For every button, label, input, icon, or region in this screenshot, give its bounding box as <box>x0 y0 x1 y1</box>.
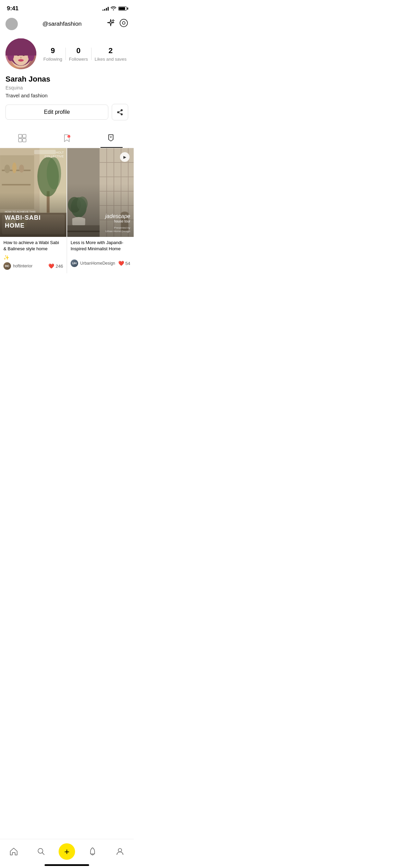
profile-actions: Edit profile <box>5 104 128 120</box>
stat-followers[interactable]: 0 Followers <box>69 46 88 62</box>
settings-icon[interactable] <box>119 19 128 29</box>
jade-text-overlay: jadescape house tour <box>105 213 130 223</box>
author-name: UrbanHomeDesign <box>80 261 115 266</box>
jade-presented-text: Presented byUrban Home Design <box>106 226 130 233</box>
likes-count: 54 <box>125 261 130 266</box>
battery-icon <box>118 7 127 11</box>
jade-title-text: jadescape <box>105 213 130 219</box>
svg-point-8 <box>22 54 25 56</box>
header-action-icons <box>106 19 128 29</box>
post-author: HC hoftinterior <box>3 262 33 270</box>
signal-icon <box>102 7 109 11</box>
svg-point-3 <box>13 47 29 65</box>
image-text-overlay: HOW TO ACHIEVE THIS WABI-SABIHOME <box>5 210 41 230</box>
stat-following[interactable]: 9 Following <box>44 46 62 62</box>
svg-rect-13 <box>19 138 22 142</box>
svg-rect-12 <box>23 134 26 138</box>
tab-grid[interactable] <box>0 129 45 148</box>
profile-name: Sarah Jonas <box>5 75 128 84</box>
post-image-wabi: HOW TO ACHIEVE THIS WABI-SABIHOME HOLTCO… <box>0 148 66 237</box>
header-avatar[interactable] <box>5 18 18 30</box>
post-likes: ❤️ 54 <box>118 261 130 266</box>
overlay-big-text: WABI-SABIHOME <box>5 214 41 230</box>
post-meta: UH UrbanHomeDesign ❤️ 54 <box>71 260 130 267</box>
heart-icon: ❤️ <box>118 261 124 266</box>
content-grid: HOW TO ACHIEVE THIS WABI-SABIHOME HOLTCO… <box>0 148 134 273</box>
status-bar: 9:41 <box>0 0 134 15</box>
header-username: @sarahfashion <box>42 21 82 27</box>
post-image-jade: ▶ jadescape house tour Presented byUrban… <box>67 148 134 237</box>
play-button-icon: ▶ <box>120 152 130 162</box>
svg-point-7 <box>17 54 20 56</box>
status-icons <box>102 6 127 11</box>
brand-watermark: HOLTCOLLECTIVE <box>45 151 64 158</box>
following-label: Following <box>44 57 62 62</box>
profile-bio: Travel and fashion <box>5 93 128 98</box>
likes-count: 246 <box>56 264 63 269</box>
following-count: 9 <box>51 46 55 55</box>
profile-section: 9 Following 0 Followers 2 Likes and save… <box>0 36 134 126</box>
tabs-row: ! <box>0 129 134 148</box>
post-footer: How to achieve a Wabi Sabi & Balinese st… <box>0 237 66 273</box>
post-title: How to achieve a Wabi Sabi & Balinese st… <box>3 240 63 252</box>
followers-label: Followers <box>69 57 88 62</box>
jade-subtitle-text: house tour <box>105 219 130 223</box>
author-avatar: UH <box>71 260 78 267</box>
post-sparkle: ✨ <box>3 255 63 260</box>
grid-item[interactable]: ▶ jadescape house tour Presented byUrban… <box>67 148 134 273</box>
status-time: 9:41 <box>7 5 19 12</box>
profile-stats-row: 9 Following 0 Followers 2 Likes and save… <box>5 38 128 69</box>
likes-saves-label: Likes and saves <box>95 57 126 62</box>
svg-point-0 <box>120 19 127 27</box>
tab-likes[interactable] <box>89 129 134 148</box>
post-likes: ❤️ 246 <box>48 263 63 269</box>
heart-icon: ❤️ <box>48 263 54 269</box>
edit-profile-button[interactable]: Edit profile <box>5 105 108 120</box>
stat-divider-2 <box>91 48 92 60</box>
svg-rect-14 <box>23 138 26 142</box>
svg-text:!: ! <box>69 136 69 138</box>
svg-point-4 <box>9 38 33 55</box>
post-footer: Less is More with Japandi-Inspired Minim… <box>67 237 134 270</box>
profile-avatar[interactable] <box>5 38 36 69</box>
avatar-image <box>5 38 36 69</box>
svg-point-9 <box>20 57 22 59</box>
sparkle-icon[interactable] <box>106 19 115 29</box>
svg-rect-11 <box>19 134 22 138</box>
share-button[interactable] <box>112 104 128 120</box>
grid-item[interactable]: HOW TO ACHIEVE THIS WABI-SABIHOME HOLTCO… <box>0 148 66 273</box>
svg-point-1 <box>122 22 125 24</box>
tab-bookmarks[interactable]: ! <box>45 129 89 148</box>
followers-count: 0 <box>76 46 81 55</box>
stats-container: 9 Following 0 Followers 2 Likes and save… <box>42 46 128 62</box>
svg-point-6 <box>28 49 35 61</box>
overlay-small-text: HOW TO ACHIEVE THIS <box>5 210 41 214</box>
stat-divider-1 <box>65 48 66 60</box>
profile-location: Esquina <box>5 85 128 91</box>
wifi-icon <box>111 6 116 11</box>
stat-likes-saves[interactable]: 2 Likes and saves <box>95 46 126 62</box>
author-avatar: HC <box>3 262 11 270</box>
post-author: UH UrbanHomeDesign <box>71 260 115 267</box>
svg-point-5 <box>7 49 14 61</box>
author-name: hoftinterior <box>13 264 33 268</box>
likes-saves-count: 2 <box>109 46 113 55</box>
post-meta: HC hoftinterior ❤️ 246 <box>3 262 63 270</box>
post-title: Less is More with Japandi-Inspired Minim… <box>71 240 130 252</box>
header: @sarahfashion <box>0 15 134 36</box>
svg-point-10 <box>18 59 24 62</box>
